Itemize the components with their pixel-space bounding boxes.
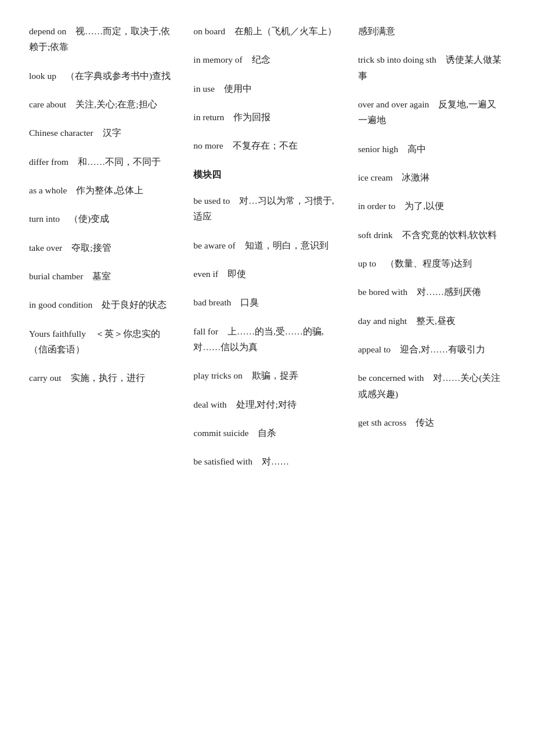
english-term: get sth across [358, 417, 407, 427]
list-item: in good condition 处于良好的状态 [29, 297, 176, 312]
english-term: be satisfied with [193, 456, 252, 466]
chinese-translation: 口臭 [231, 297, 259, 307]
english-term: ice cream [358, 172, 393, 182]
list-item: over and over again 反复地,一遍又一遍地 [358, 96, 505, 128]
english-term: Chinese character [29, 128, 93, 138]
list-item: 感到满意 [358, 23, 505, 39]
english-term: depend on [29, 26, 66, 36]
chinese-translation: 传达 [406, 417, 434, 427]
list-item: get sth across 传达 [358, 415, 505, 430]
english-term: in memory of [193, 55, 242, 64]
english-term: be aware of [193, 240, 235, 250]
list-item: carry out 实施，执行，进行 [29, 370, 176, 386]
chinese-translation: 关注,关心;在意;担心 [66, 99, 157, 109]
chinese-translation: 欺骗，捉弄 [243, 370, 298, 380]
list-item: differ from 和……不同，不同于 [29, 154, 176, 170]
english-term: as a whole [29, 185, 67, 195]
chinese-translation: 为了,以便 [395, 201, 444, 211]
english-term: up to [358, 258, 376, 268]
chinese-translation: （在字典或参考书中)查找 [56, 71, 171, 81]
list-item: ice cream 冰激淋 [358, 170, 505, 185]
english-term: trick sb into doing sth [358, 55, 436, 64]
list-item: commit suicide 自杀 [193, 425, 340, 441]
chinese-translation: （使)变成 [60, 214, 109, 224]
english-term: differ from [29, 157, 68, 167]
chinese-translation: 实施，执行，进行 [62, 373, 145, 383]
chinese-translation: 迎合,对……有吸引力 [391, 344, 485, 354]
english-term: in good condition [29, 300, 92, 309]
list-item: soft drink 不含究竟的饮料,软饮料 [358, 227, 505, 243]
list-item: fall for 上……的当,受……的骗,对……信以为真 [193, 323, 340, 355]
list-item: deal with 处理,对付;对待 [193, 397, 340, 412]
section-title: 模块四 [193, 167, 340, 182]
chinese-translation: 高中 [398, 144, 426, 154]
main-content: depend on 视……而定，取决于,依赖于;依靠look up （在字典或参… [29, 23, 505, 483]
chinese-translation: 纪念 [243, 55, 270, 64]
chinese-translation: 对……感到厌倦 [407, 287, 481, 297]
chinese-translation: 感到满意 [358, 26, 395, 36]
chinese-translation: 作为回报 [224, 112, 270, 122]
list-item: bad breath 口臭 [193, 294, 340, 310]
english-term: senior high [358, 144, 398, 154]
chinese-translation: 汉字 [93, 128, 121, 138]
list-item: be concerned with 对……关心(关注或感兴趣) [358, 370, 505, 402]
list-item: in memory of 纪念 [193, 52, 340, 67]
chinese-translation: 不含究竟的饮料,软饮料 [393, 230, 497, 240]
english-term: be bored with [358, 287, 407, 297]
list-item: appeal to 迎合,对……有吸引力 [358, 341, 505, 357]
chinese-translation: 处于良好的状态 [92, 300, 167, 309]
list-item: look up （在字典或参考书中)查找 [29, 68, 176, 84]
list-item: depend on 视……而定，取决于,依赖于;依靠 [29, 23, 176, 55]
list-item: in use 使用中 [193, 81, 340, 96]
english-term: carry out [29, 373, 62, 383]
chinese-translation: 作为整体,总体上 [67, 185, 143, 195]
english-term: care about [29, 99, 66, 109]
english-term: deal with [193, 399, 226, 409]
list-item: senior high 高中 [358, 141, 505, 157]
english-term: in use [193, 84, 215, 93]
english-term: look up [29, 71, 56, 81]
english-term: burial chamber [29, 271, 83, 281]
english-term: soft drink [358, 230, 393, 240]
chinese-translation: 不复存在；不在 [223, 141, 298, 150]
chinese-translation: 即使 [218, 269, 246, 279]
list-item: trick sb into doing sth 诱使某人做某事 [358, 52, 505, 84]
english-term: be used to [193, 196, 230, 206]
english-term: play tricks on [193, 370, 242, 380]
english-term: fall for [193, 326, 218, 336]
list-item: day and night 整天,昼夜 [358, 313, 505, 329]
list-item: be used to 对…习以为常，习惯于,适应 [193, 193, 340, 225]
list-item: play tricks on 欺骗，捉弄 [193, 368, 340, 383]
list-item: no more 不复存在；不在 [193, 138, 340, 153]
list-item: Yours faithfully ＜英＞你忠实的（信函套语） [29, 326, 176, 358]
english-term: no more [193, 141, 223, 150]
english-term: in order to [358, 201, 396, 211]
english-term: appeal to [358, 344, 391, 354]
chinese-translation: 知道，明白，意识到 [236, 240, 329, 250]
list-item: Chinese character 汉字 [29, 125, 176, 141]
column-1: depend on 视……而定，取决于,依赖于;依靠look up （在字典或参… [29, 23, 176, 483]
list-item: on board 在船上（飞机／火车上） [193, 23, 340, 39]
english-term: even if [193, 269, 218, 279]
list-item: burial chamber 墓室 [29, 268, 176, 284]
chinese-translation: 在船上（飞机／火车上） [225, 26, 337, 36]
list-item: care about 关注,关心;在意;担心 [29, 96, 176, 112]
english-term: be concerned with [358, 373, 424, 383]
chinese-translation: （数量、程度等)达到 [376, 258, 472, 268]
chinese-translation: 和……不同，不同于 [68, 157, 161, 167]
english-term: commit suicide [193, 428, 248, 438]
chinese-translation: 自杀 [248, 428, 276, 438]
chinese-translation: 冰激淋 [392, 172, 430, 182]
column-3: 感到满意trick sb into doing sth 诱使某人做某事over … [358, 23, 505, 483]
english-term: turn into [29, 214, 60, 224]
english-term: over and over again [358, 99, 430, 109]
chinese-translation: 墓室 [83, 271, 111, 281]
chinese-translation: 整天,昼夜 [407, 316, 456, 326]
english-term: day and night [358, 316, 407, 326]
list-item: even if 即使 [193, 266, 340, 282]
column-2: on board 在船上（飞机／火车上）in memory of 纪念in us… [193, 23, 340, 483]
list-item: take over 夺取;接管 [29, 240, 176, 255]
list-item: up to （数量、程度等)达到 [358, 255, 505, 271]
chinese-translation: 对…… [252, 456, 289, 466]
chinese-translation: 处理,对付;对待 [227, 399, 297, 409]
